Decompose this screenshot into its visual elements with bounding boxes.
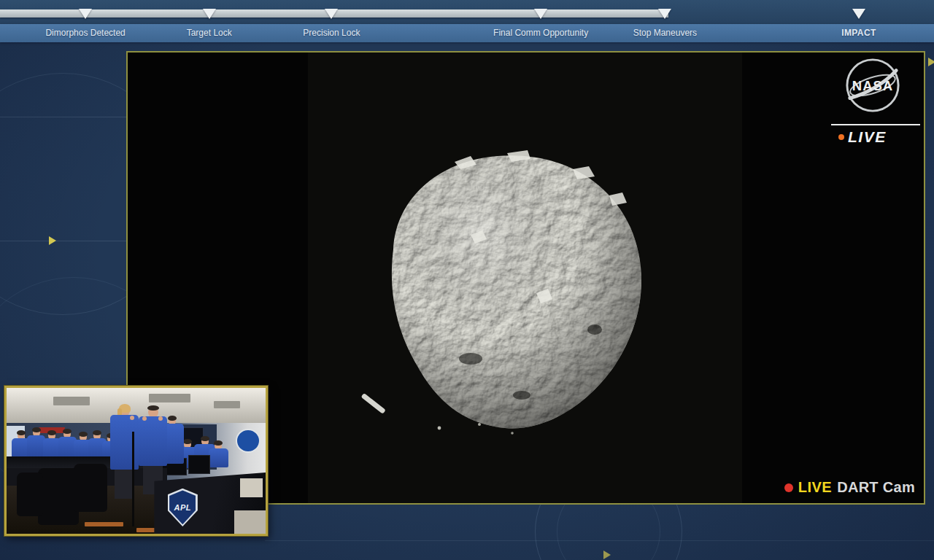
bright-floor-patch — [234, 510, 266, 534]
milestone-label-band — [0, 24, 934, 42]
platform-edge — [85, 522, 123, 526]
record-dot-icon — [784, 483, 793, 492]
office-chair — [74, 464, 107, 512]
ceiling-vent — [149, 394, 190, 402]
milestone-marker-icon — [203, 9, 216, 19]
milestone-marker-icon — [534, 9, 547, 19]
milestone-label-dimorphos-detected: Dimorphos Detected — [45, 24, 125, 42]
milestone-marker-icon — [852, 9, 865, 19]
milestone-label-precision-lock: Precision Lock — [303, 24, 360, 42]
live-dot-icon — [838, 134, 844, 140]
mission-control-pip: APL — [4, 386, 268, 536]
milestone-marker-icon — [325, 9, 338, 19]
ceiling-vent — [214, 401, 240, 408]
mission-control-scene: APL — [7, 388, 266, 534]
decor-arrow-icon — [603, 551, 611, 559]
office-chair — [38, 468, 80, 525]
mission-timeline: Dimorphos Detected Target Lock Precision… — [0, 0, 934, 42]
milestone-label-stop-maneuvers: Stop Maneuvers — [633, 24, 697, 42]
office-chair — [17, 472, 43, 516]
caption-camera-label: DART Cam — [837, 479, 915, 496]
decor-line — [0, 241, 126, 241]
mic-stand — [132, 432, 135, 526]
ceiling-vent — [53, 397, 90, 405]
live-label: LIVE — [848, 128, 887, 146]
equipment-box — [240, 478, 263, 497]
apl-shield-text: APL — [174, 503, 192, 512]
decor-line — [0, 117, 126, 117]
nasa-meatball-wall-logo — [236, 429, 260, 453]
decor-line — [265, 540, 934, 541]
person — [209, 442, 228, 477]
decor-arrow-icon — [49, 236, 56, 245]
camera-caption: LIVE DART Cam — [784, 479, 915, 496]
desk-monitor — [188, 455, 210, 474]
milestone-label-target-lock: Target Lock — [187, 24, 232, 42]
milestone-label-impact: IMPACT — [841, 24, 876, 42]
nasa-logo-text: NASA — [852, 78, 893, 93]
milestone-marker-icon — [79, 9, 92, 19]
nasa-bug-divider — [831, 124, 920, 125]
milestone-label-final-comm: Final Comm Opportunity — [493, 24, 588, 42]
apl-shield-logo: APL — [168, 489, 198, 526]
nasa-live-bug: NASA LIVE — [831, 57, 922, 144]
nasa-logo-icon: NASA — [844, 57, 901, 114]
caption-live-label: LIVE — [798, 479, 832, 496]
milestone-marker-icon — [658, 9, 671, 19]
decor-arrow-icon — [928, 58, 934, 66]
